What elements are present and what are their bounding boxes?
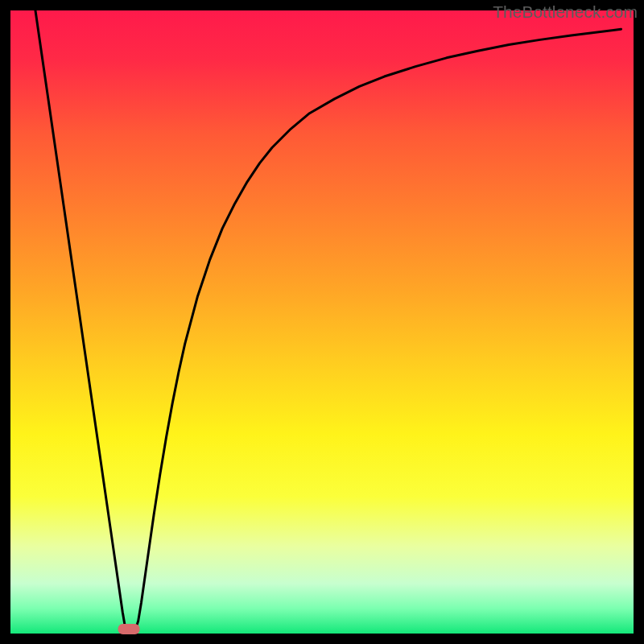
optimal-marker — [118, 624, 140, 634]
bottleneck-chart: TheBottleneck.com — [0, 0, 644, 644]
gradient-background — [10, 10, 634, 634]
plot-area — [10, 10, 634, 634]
watermark-text: TheBottleneck.com — [493, 2, 638, 21]
